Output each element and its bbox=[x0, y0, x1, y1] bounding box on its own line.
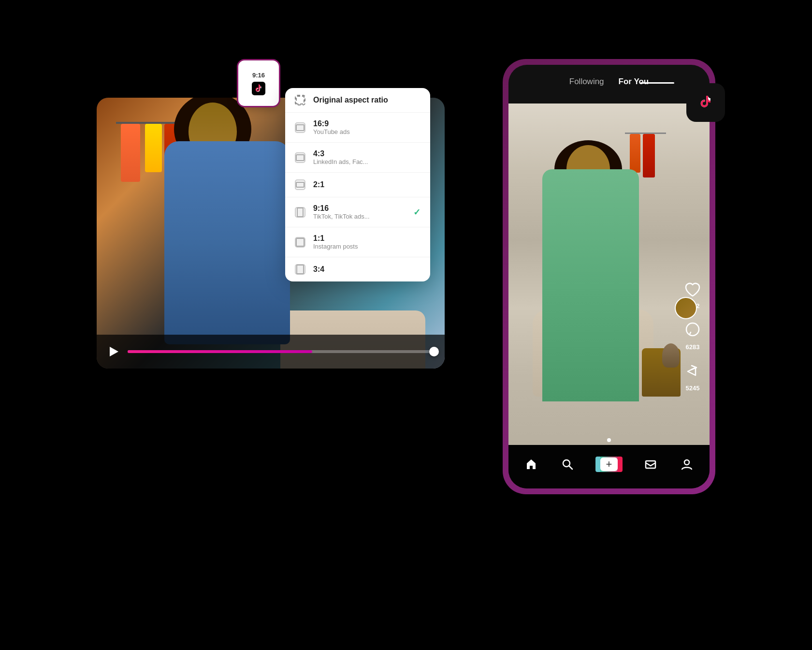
21-icon-shape bbox=[296, 182, 304, 188]
tiktok-logo-badge bbox=[686, 83, 725, 122]
creator-avatar[interactable] bbox=[675, 297, 697, 319]
play-button[interactable] bbox=[106, 344, 122, 359]
aspect-option-21[interactable]: 2:1 bbox=[285, 173, 430, 197]
aspect-text-916: 9:16 TikTok, TikTok ads... bbox=[313, 204, 406, 220]
original-icon-shape bbox=[296, 96, 304, 104]
search-icon bbox=[561, 458, 574, 471]
main-scene: 9:16 Original aspect ratio 16: bbox=[97, 59, 715, 591]
svg-point-5 bbox=[684, 460, 689, 465]
11-icon-shape bbox=[296, 238, 304, 247]
phone-woman-body-green bbox=[542, 169, 639, 401]
share-icon bbox=[682, 360, 704, 383]
tiktok-logo-svg bbox=[693, 90, 718, 115]
plus-inner-box: + bbox=[600, 458, 618, 471]
phone-vase-prop bbox=[662, 343, 680, 368]
comment-svg-icon bbox=[683, 321, 702, 340]
profile-icon bbox=[681, 458, 693, 471]
editor-controls-bar bbox=[97, 335, 445, 369]
play-triangle-icon bbox=[110, 347, 118, 356]
tiktok-logo-icon bbox=[252, 82, 265, 95]
heart-svg-icon bbox=[683, 280, 702, 299]
aspect-ratio-desc-43: LinkedIn ads, Fac... bbox=[313, 158, 420, 165]
plus-button-icon: + bbox=[597, 457, 621, 472]
share-svg-icon bbox=[683, 362, 702, 381]
svg-rect-4 bbox=[646, 461, 655, 468]
woman-body-blue-outfit bbox=[164, 141, 290, 344]
aspect-icon-169 bbox=[295, 122, 305, 133]
ratio-selector-pill[interactable]: 9:16 bbox=[237, 59, 280, 107]
tab-following[interactable]: Following bbox=[569, 77, 604, 87]
inbox-icon bbox=[644, 458, 657, 471]
comment-button[interactable]: 6283 bbox=[682, 319, 704, 351]
aspect-ratio-name-169: 16:9 bbox=[313, 119, 420, 128]
phone-screen: Following For You 9652 bbox=[508, 65, 710, 488]
landscape-icon-shape bbox=[296, 124, 304, 131]
aspect-option-916[interactable]: 9:16 TikTok, TikTok ads... ✓ bbox=[285, 197, 430, 227]
aspect-option-11[interactable]: 1:1 Instagram posts bbox=[285, 227, 430, 257]
tab-for-you[interactable]: For You bbox=[619, 77, 649, 86]
svg-point-1 bbox=[686, 323, 699, 336]
aspect-ratio-dropdown: Original aspect ratio 16:9 YouTube ads 4… bbox=[285, 88, 430, 281]
progress-thumb[interactable] bbox=[429, 347, 439, 356]
aspect-option-43[interactable]: 4:3 LinkedIn ads, Fac... bbox=[285, 143, 430, 173]
34-icon-shape bbox=[296, 265, 304, 274]
aspect-ratio-desc-11: Instagram posts bbox=[313, 243, 420, 250]
916-icon-shape bbox=[297, 207, 304, 217]
aspect-icon-43 bbox=[295, 152, 305, 163]
43-icon-shape bbox=[296, 154, 304, 161]
tiktok-phone-mockup: Following For You 9652 bbox=[503, 59, 715, 494]
aspect-ratio-name-34: 3:4 bbox=[313, 265, 420, 274]
video-progress-bar[interactable] bbox=[128, 350, 435, 353]
aspect-icon-916 bbox=[295, 207, 305, 218]
share-button[interactable]: 5245 bbox=[682, 360, 704, 392]
aspect-option-34[interactable]: 3:4 bbox=[285, 257, 430, 281]
aspect-icon-21 bbox=[295, 179, 305, 190]
aspect-icon-11 bbox=[295, 237, 305, 248]
aspect-ratio-name-43: 4:3 bbox=[313, 149, 420, 158]
share-count: 5245 bbox=[686, 384, 700, 392]
ratio-value-label: 9:16 bbox=[252, 72, 265, 79]
aspect-ratio-desc-169: YouTube ads bbox=[313, 128, 420, 135]
aspect-text-original: Original aspect ratio bbox=[313, 96, 420, 104]
nav-profile-button[interactable] bbox=[681, 458, 693, 471]
progress-fill bbox=[128, 350, 312, 353]
comment-icon bbox=[682, 319, 704, 341]
aspect-ratio-desc-916: TikTok, TikTok ads... bbox=[313, 213, 406, 220]
nav-search-button[interactable] bbox=[561, 458, 574, 471]
aspect-text-43: 4:3 LinkedIn ads, Fac... bbox=[313, 149, 420, 165]
selected-checkmark-icon: ✓ bbox=[413, 207, 420, 218]
aspect-text-169: 16:9 YouTube ads bbox=[313, 119, 420, 135]
svg-line-3 bbox=[569, 466, 572, 469]
comment-count: 6283 bbox=[686, 343, 700, 351]
aspect-ratio-name-916: 9:16 bbox=[313, 204, 406, 213]
aspect-text-11: 1:1 Instagram posts bbox=[313, 234, 420, 250]
aspect-option-169[interactable]: 16:9 YouTube ads bbox=[285, 113, 430, 143]
aspect-ratio-name-21: 2:1 bbox=[313, 180, 420, 189]
aspect-text-34: 3:4 bbox=[313, 265, 420, 274]
phone-navigation-tabs: Following For You bbox=[508, 65, 710, 94]
aspect-ratio-name-11: 1:1 bbox=[313, 234, 420, 243]
phone-video-content bbox=[508, 103, 710, 445]
nav-inbox-button[interactable] bbox=[644, 458, 657, 471]
svg-point-2 bbox=[563, 460, 570, 467]
phone-woman-subject bbox=[523, 131, 658, 401]
aspect-text-21: 2:1 bbox=[313, 180, 420, 189]
aspect-option-original[interactable]: Original aspect ratio bbox=[285, 88, 430, 113]
aspect-ratio-name-original: Original aspect ratio bbox=[313, 96, 420, 104]
nav-create-button[interactable]: + bbox=[597, 457, 621, 472]
phone-action-buttons: 9652 6283 bbox=[682, 278, 704, 392]
home-icon bbox=[525, 458, 537, 471]
phone-bottom-nav: + bbox=[508, 445, 710, 488]
aspect-icon-34 bbox=[295, 264, 305, 275]
active-tab-underline bbox=[640, 82, 674, 84]
video-progress-indicator bbox=[607, 438, 611, 442]
aspect-icon-original bbox=[295, 95, 305, 105]
nav-home-button[interactable] bbox=[525, 458, 537, 471]
